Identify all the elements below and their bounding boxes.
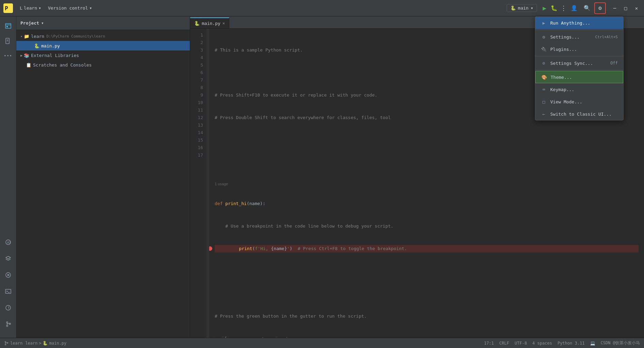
code-line-12: # Press the green button in the gutter t… [215, 313, 639, 320]
tree-item-external-libraries[interactable]: ▶ 📚 External Libraries [16, 50, 190, 60]
settings-menu-icon: ⚙ [541, 34, 547, 40]
settings-sync-status: Off [610, 61, 618, 66]
svg-point-19 [5, 341, 6, 342]
status-git-branch[interactable]: learn [4, 341, 22, 346]
line-numbers: 1 2 3 4 5 6 7 8 9 10 11 12 13 14 15 16 1… [190, 29, 206, 338]
toolbar-terminal-icon[interactable] [1, 285, 15, 298]
code-line-7: def print_hi(name): [215, 200, 639, 207]
vcs-chevron-icon: ▾ [89, 5, 92, 11]
project-chevron-icon: ▾ [39, 5, 41, 11]
project-tree: ▾ 📁 learn D:\PyCharm Community\learn 🐍 m… [16, 30, 190, 338]
status-line-ending[interactable]: CRLF [499, 341, 509, 346]
code-line-8: # Use a breakpoint in the code line belo… [215, 222, 639, 230]
svg-point-20 [5, 344, 6, 345]
menu-item-keymap[interactable]: ⌨ Keymap... [535, 83, 623, 96]
project-dropdown[interactable]: L learn ▾ [16, 3, 45, 14]
tab-close-button[interactable]: ✕ [223, 21, 225, 26]
profile-button[interactable]: 👤 [568, 2, 580, 14]
classic-ui-icon: ← [541, 112, 547, 117]
menu-separator-1 [535, 30, 623, 30]
toolbar-layers-icon[interactable] [1, 252, 15, 265]
menu-item-plugins[interactable]: 🔌 Plugins... [535, 43, 623, 55]
status-position[interactable]: 17:1 [484, 341, 494, 346]
menu-label-view-mode: View Mode... [550, 99, 582, 104]
status-indent[interactable]: 4 spaces [532, 341, 552, 346]
tree-label-learn: learn [31, 34, 44, 39]
settings-sync-icon: ⊘ [541, 61, 547, 66]
debug-button[interactable]: 🐛 [549, 3, 559, 13]
menu-item-view-mode[interactable]: □ View Mode... [535, 96, 623, 108]
code-line-11 [215, 290, 639, 298]
toolbar-bookmarks-icon[interactable] [1, 34, 15, 48]
svg-rect-2 [5, 24, 11, 28]
library-icon: 📚 [24, 53, 29, 58]
folder-open-icon: 📁 [24, 34, 29, 39]
status-branch-name: learn [10, 341, 22, 346]
status-right: 17:1 CRLF UTF-8 4 spaces Python 3.11 💻 C… [484, 340, 640, 346]
menu-item-theme[interactable]: 🎨 Theme... [535, 71, 623, 83]
tree-item-main-py[interactable]: 🐍 main.py [16, 41, 190, 50]
svg-point-17 [6, 325, 8, 327]
maximize-button[interactable]: □ [621, 3, 630, 13]
close-button[interactable]: ✕ [632, 3, 641, 13]
status-file-path[interactable]: learn > 🐍 main.py [25, 341, 66, 346]
minimize-button[interactable]: ─ [610, 3, 619, 13]
status-python-version[interactable]: Python 3.11 [557, 341, 584, 346]
menu-label-settings: Settings... [550, 34, 580, 40]
status-path-1: learn [25, 341, 37, 346]
status-csdn-label: CSDN @饮茶小发小马 [601, 340, 640, 346]
vcs-label: Version control [48, 5, 88, 11]
run-configuration[interactable]: 🐍 main ▾ [507, 4, 537, 12]
toolbar-ai-icon[interactable]: AI [1, 235, 15, 249]
toolbar-problems-icon[interactable]: ! [1, 301, 15, 315]
more-actions-button[interactable]: ⋮ [559, 3, 568, 13]
project-panel-header: Project ▾ [16, 16, 190, 30]
search-button[interactable]: 🔍 [581, 2, 593, 14]
svg-rect-12 [5, 289, 11, 293]
gutter [206, 29, 209, 338]
status-file-icon: 🐍 [43, 341, 48, 346]
toolbar-git-icon[interactable] [1, 317, 15, 331]
tab-python-icon: 🐍 [194, 21, 200, 26]
svg-text:AI: AI [7, 241, 11, 244]
toolbar-project-icon[interactable] [1, 19, 15, 33]
svg-text:P: P [5, 5, 8, 12]
project-label: learn [24, 5, 37, 11]
tree-arrow-learn: ▾ [20, 34, 22, 38]
menu-item-run-anything[interactable]: ▶ Run Anything... [535, 17, 623, 29]
code-line-5 [215, 136, 639, 144]
menu-item-classic-ui[interactable]: ← Switch to Classic UI... [535, 108, 623, 120]
menu-label-classic-ui: Switch to Classic UI... [550, 112, 612, 117]
project-panel-title-button[interactable]: Project ▾ [20, 20, 44, 26]
scratches-icon: 📋 [26, 62, 31, 68]
tree-item-learn-folder[interactable]: ▾ 📁 learn D:\PyCharm Community\learn [16, 31, 190, 41]
menu-label-settings-sync: Settings Sync... [550, 61, 593, 66]
settings-button[interactable]: ⚙ [594, 2, 606, 14]
tree-label-main-py: main.py [41, 43, 60, 48]
tree-label-scratches: Scratches and Consoles [33, 62, 92, 68]
menu-label-theme: Theme... [551, 75, 572, 80]
vcs-dropdown[interactable]: Version control ▾ [45, 3, 95, 14]
tree-item-scratches[interactable]: 📋 Scratches and Consoles [16, 60, 190, 70]
tree-arrow-ext-lib: ▶ [20, 54, 22, 57]
toolbar-more-icon[interactable]: ••• [1, 49, 15, 63]
project-icon: L [20, 5, 22, 11]
toolbar-run-configurations-icon[interactable] [1, 268, 15, 282]
tree-path-learn: D:\PyCharm Community\learn [46, 34, 105, 39]
tab-main-py[interactable]: 🐍 main.py ✕ [190, 17, 229, 28]
menu-separator-3 [535, 70, 623, 70]
run-config-python-icon: 🐍 [510, 5, 516, 11]
svg-rect-4 [6, 26, 8, 27]
run-anything-icon: ▶ [541, 20, 547, 26]
menu-item-settings[interactable]: ⚙ Settings... Ctrl+Alt+S [535, 31, 623, 43]
run-button[interactable]: ▶ [540, 3, 549, 13]
status-encoding[interactable]: UTF-8 [515, 341, 527, 346]
menu-label-plugins: Plugins... [550, 47, 577, 52]
tab-label: main.py [202, 21, 220, 26]
title-bar: P L learn ▾ Version control ▾ 🐍 main ▾ ▶… [0, 0, 644, 16]
svg-point-16 [6, 322, 8, 323]
status-path-sep: > [39, 341, 41, 346]
project-panel-title: Project [20, 20, 39, 26]
menu-item-settings-sync[interactable]: ⊘ Settings Sync... Off [535, 57, 623, 69]
project-panel: Project ▾ ▾ 📁 learn D:\PyCharm Community… [16, 16, 190, 338]
